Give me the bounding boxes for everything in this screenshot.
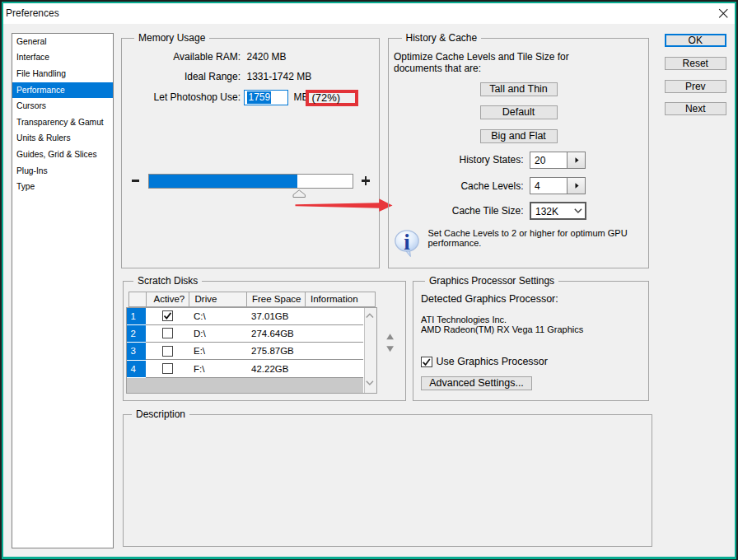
svg-text:i: i [404,230,410,254]
